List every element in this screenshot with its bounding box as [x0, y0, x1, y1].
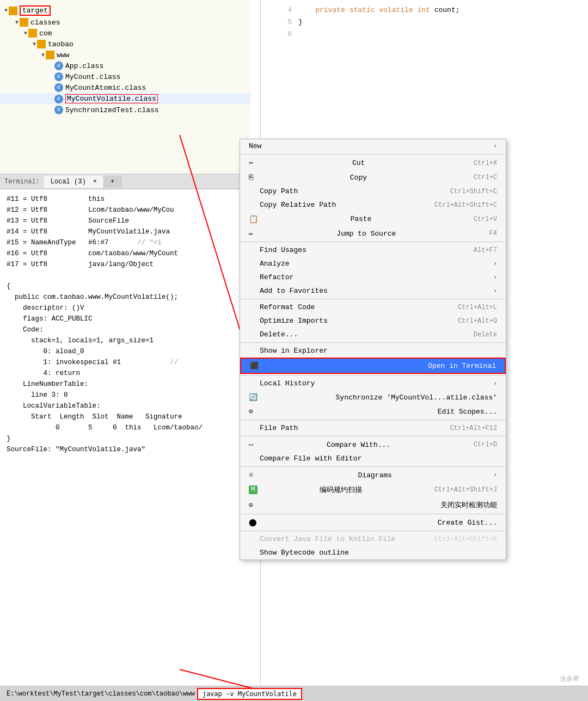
bottom-bar: E:\worktest\MyTest\target\classes\com\ta… [0, 686, 588, 701]
menu-label-analyze: Analyze [249, 260, 290, 268]
menu-item-local-history[interactable]: Local History › [240, 377, 506, 390]
menu-label-optimize-imports: Optimize Imports [249, 317, 328, 325]
code-line: descriptor: ()V [7, 303, 244, 313]
menu-item-show-in-explorer[interactable]: Show in Explorer [240, 344, 506, 358]
shortcut-copy-path: Ctrl+Shift+C [450, 188, 497, 195]
mycountvolatile-class-label: MyCountVolatile.class [65, 94, 158, 103]
menu-item-analyze[interactable]: Analyze › [240, 257, 506, 270]
submenu-arrow-local-history: › [493, 380, 497, 388]
code-area-left: #11 = Utf8 this #12 = Utf8 Lcom/taobao/w… [0, 189, 250, 679]
menu-label-reformat-code: Reformat Code [249, 303, 315, 311]
menu-item-paste[interactable]: 📋 Paste Ctrl+V [240, 212, 506, 226]
tree-item-mycountatomic-class[interactable]: c MyCountAtomic.class [0, 82, 250, 93]
menu-item-synchronize[interactable]: 🔄 Synchronize 'MyCountVol...atile.class' [240, 390, 506, 404]
menu-separator [240, 514, 506, 514]
code-line: #14 = Utf8 MyCountVolatile.java [7, 226, 244, 237]
menu-label-synchronize: Synchronize 'MyCountVol...atile.class' [336, 393, 497, 402]
classes-label: classes [30, 19, 60, 27]
tree-item-taobao[interactable]: ▼ taobao [0, 39, 250, 50]
menu-item-optimize-imports[interactable]: Optimize Imports Ctrl+Alt+O [240, 314, 506, 328]
menu-item-compare-with[interactable]: ↔ Compare With... Ctrl+D [240, 438, 506, 452]
menu-item-delete[interactable]: Delete... Delete [240, 328, 506, 341]
shortcut-file-path: Ctrl+Alt+F12 [450, 425, 497, 432]
menu-item-reformat-code[interactable]: Reformat Code Ctrl+Alt+L [240, 300, 506, 314]
synchronizedtest-class-label: SynchronizedTest.class [65, 106, 159, 114]
menu-item-encoding-scan[interactable]: M 编码规约扫描 Ctrl+Alt+Shift+J [240, 482, 506, 497]
shortcut-delete: Delete [474, 331, 497, 339]
sync-icon: 🔄 [249, 393, 258, 402]
class-icon-mycountvolatile: c [54, 95, 63, 103]
menu-item-diagrams[interactable]: ≡ Diagrams › [240, 468, 506, 482]
menu-label-close-realtime: 关闭实时检测功能 [440, 500, 497, 510]
tree-item-target[interactable]: ▼ target [0, 4, 250, 17]
terminal-icon-menu: ⬛ [250, 361, 259, 370]
tree-item-app-class[interactable]: c App.class [0, 60, 250, 71]
bottom-path: E:\worktest\MyTest\target\classes\com\ta… [7, 690, 195, 698]
submenu-arrow-refactor: › [493, 274, 497, 281]
code-line: Code: [7, 324, 244, 335]
menu-item-copy-path[interactable]: Copy Path Ctrl+Shift+C [240, 185, 506, 198]
menu-label-copy-relative-path: Copy Relative Path [249, 201, 336, 209]
submenu-arrow-favorites: › [493, 287, 497, 295]
folder-icon-target [9, 7, 17, 15]
code-line: { [7, 281, 244, 292]
code-line: #17 = Utf8 java/lang/Object [7, 259, 244, 270]
tree-item-mycount-class[interactable]: c MyCount.class [0, 71, 250, 82]
menu-label-copy: Copy [350, 174, 367, 182]
terminal-tab-local[interactable]: Local (3) × [44, 176, 104, 188]
menu-label-paste: Paste [350, 215, 371, 223]
menu-item-cut[interactable]: ✂ Cut Ctrl+X [240, 156, 506, 170]
menu-item-refactor[interactable]: Refactor › [240, 270, 506, 284]
class-icon-app: c [54, 62, 63, 70]
expand-arrow: ▼ [24, 30, 27, 36]
menu-label-edit-scopes: Edit Scopes... [438, 408, 497, 416]
folder-icon-taobao [37, 40, 46, 48]
bottom-command-text: javap -v MyCountVolatile [203, 690, 297, 698]
menu-item-edit-scopes[interactable]: ⊙ Edit Scopes... [240, 404, 506, 419]
menu-item-copy-relative-path[interactable]: Copy Relative Path Ctrl+Alt+Shift+C [240, 198, 506, 212]
submenu-arrow-new: › [493, 143, 497, 150]
app-class-label: App.class [65, 62, 103, 70]
menu-label-refactor: Refactor [249, 273, 293, 281]
menu-item-new[interactable]: New › [240, 139, 506, 153]
close-terminal-icon[interactable]: × [93, 178, 97, 186]
menu-item-convert-kotlin[interactable]: Convert Java File to Kotlin File Ctrl+Al… [240, 532, 506, 546]
www-label: www [57, 51, 69, 59]
menu-item-close-realtime[interactable]: ⊙ 关闭实时检测功能 [240, 497, 506, 513]
line-num-4: 4 [275, 4, 292, 16]
tree-item-www[interactable]: ▼ www [0, 50, 250, 60]
tree-item-synchronizedtest-class[interactable]: c SynchronizedTest.class [0, 104, 250, 115]
target-label: target [20, 5, 51, 16]
tree-item-classes[interactable]: ▼ classes [0, 17, 250, 28]
menu-item-find-usages[interactable]: Find Usages Alt+F7 [240, 243, 506, 257]
menu-label-compare-with: Compare With... [327, 441, 390, 449]
terminal-tab-plus[interactable]: + [104, 176, 121, 188]
code-private: private static volatile int count; [298, 4, 460, 16]
menu-item-jump-to-source[interactable]: ✏ Jump to Source F4 [240, 226, 506, 241]
tree-item-com[interactable]: ▼ com [0, 28, 250, 39]
shortcut-jump-to-source: F4 [489, 230, 497, 237]
expand-arrow: ▼ [41, 52, 45, 58]
code-line: } [7, 433, 244, 444]
menu-label-encoding-scan: 编码规约扫描 [320, 485, 362, 495]
menu-item-copy[interactable]: ⎘ Copy Ctrl+C [240, 170, 506, 185]
tree-item-mycountvolatile-class[interactable]: c MyCountVolatile.class [0, 93, 250, 104]
menu-item-open-in-terminal[interactable]: ⬛ Open in Terminal [240, 358, 506, 374]
menu-label-show-bytecode: Show Bytecode outline [249, 549, 349, 557]
menu-item-compare-file-editor[interactable]: Compare File with Editor [240, 452, 506, 465]
code-line: 1: invokespecial #1 // [7, 357, 244, 368]
menu-separator [240, 242, 506, 242]
folder-icon-com [28, 29, 37, 38]
cut-icon: ✂ [249, 158, 253, 168]
code-line: 4: return [7, 368, 244, 379]
menu-item-add-to-favorites[interactable]: Add to Favorites › [240, 284, 506, 298]
submenu-arrow-diagrams: › [493, 471, 497, 479]
code-line: #16 = Utf8 com/taobao/www/MyCount [7, 248, 244, 259]
code-line: Start Length Slot Name Signature [7, 411, 244, 422]
menu-item-create-gist[interactable]: ⬤ Create Gist... [240, 515, 506, 530]
menu-label-compare-file-editor: Compare File with Editor [249, 454, 362, 463]
menu-item-file-path[interactable]: File Path Ctrl+Alt+F12 [240, 421, 506, 435]
watermark: 业余草 [560, 674, 579, 684]
menu-item-show-bytecode[interactable]: Show Bytecode outline [240, 546, 506, 559]
menu-label-copy-path: Copy Path [249, 187, 298, 195]
